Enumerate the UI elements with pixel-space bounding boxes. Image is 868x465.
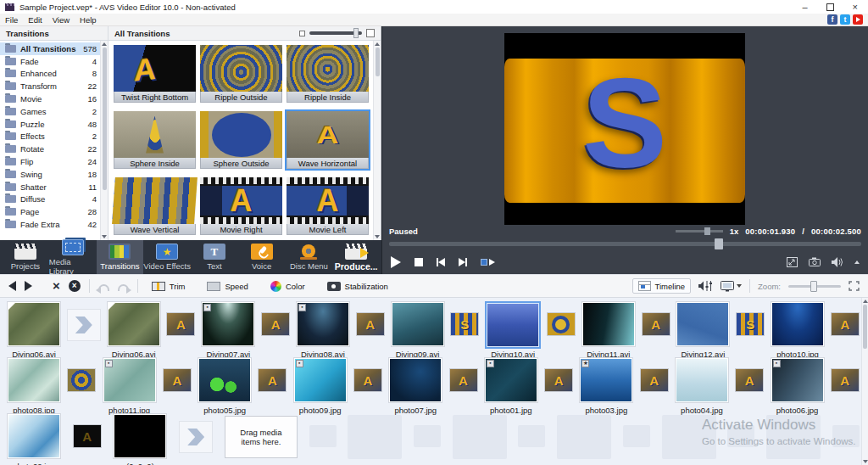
clip-card[interactable]: [485, 301, 541, 349]
previous-frame-button[interactable]: [437, 255, 445, 269]
transition-item-ripple-outside[interactable]: Ripple Outside: [198, 43, 284, 104]
clip-card[interactable]: [107, 301, 161, 347]
timeline-scrollbar[interactable]: [861, 298, 868, 465]
clip-card[interactable]: ▪: [293, 357, 348, 403]
seek-bar[interactable]: [389, 242, 861, 246]
timeline-clip[interactable]: Diving11.avi: [581, 301, 636, 347]
trim-button[interactable]: Trim: [147, 280, 191, 293]
stabilization-button[interactable]: Stabilization: [322, 280, 393, 293]
delete-all-button[interactable]: ×: [69, 280, 81, 292]
empty-transition-slot[interactable]: [727, 425, 754, 447]
empty-transition-slot[interactable]: [309, 425, 337, 447]
applied-transition-thumb[interactable]: A: [449, 368, 478, 392]
applied-transition-thumb[interactable]: [547, 312, 576, 336]
zoom-slider-handle[interactable]: [810, 281, 817, 292]
clip-card[interactable]: [676, 301, 730, 347]
sidebar-item-rotate[interactable]: Rotate22: [0, 143, 100, 155]
empty-transition-slot[interactable]: [414, 425, 441, 447]
close-button[interactable]: ×: [853, 3, 858, 11]
transition-item-sphere-outside[interactable]: Sphere Outside: [198, 109, 284, 171]
transition-item-twist-right-bottom[interactable]: ATwist Right Bottom: [112, 43, 198, 104]
empty-clip-slot[interactable]: [662, 415, 716, 459]
timeline-clip[interactable]: ▪photo01.jpg: [484, 357, 538, 403]
stop-button[interactable]: [415, 258, 423, 266]
facebook-icon[interactable]: f: [827, 14, 837, 25]
timeline-clip[interactable]: ▪photo06.jpg: [771, 357, 825, 403]
clip-card[interactable]: ▪: [771, 357, 825, 403]
next-frame-button[interactable]: [459, 255, 467, 269]
tab-text[interactable]: Text: [191, 240, 238, 274]
timeline-clip[interactable]: Diving06.avi: [107, 301, 161, 347]
sidebar-item-enhanced[interactable]: Enhanced8: [0, 68, 100, 81]
clip-card[interactable]: [391, 301, 445, 347]
redo-icon[interactable]: [118, 284, 129, 291]
thumbnail-size-slider[interactable]: [299, 29, 375, 37]
speed-slider-handle[interactable]: [704, 227, 710, 235]
sidebar-item-transform[interactable]: Transform22: [0, 80, 100, 92]
clip-card[interactable]: [198, 357, 252, 403]
sidebar-item-effects[interactable]: Effects2: [0, 131, 100, 143]
tab-produce[interactable]: Produce...: [332, 240, 380, 274]
empty-clip-slot[interactable]: [453, 415, 507, 459]
transition-item-movie-right[interactable]: AMovie Right: [198, 176, 284, 237]
menu-edit[interactable]: Edit: [28, 15, 42, 25]
transition-placeholder[interactable]: [179, 421, 213, 453]
transition-item-ripple-inside[interactable]: Ripple Inside: [285, 43, 370, 104]
sidebar-item-puzzle[interactable]: Puzzle48: [0, 118, 100, 131]
timeline-clip[interactable]: photo10.jpg: [771, 301, 825, 347]
sidebar-item-fade-extra[interactable]: Fade Extra42: [0, 218, 100, 231]
play-button[interactable]: [391, 256, 401, 268]
play-selection-button[interactable]: [481, 255, 495, 269]
sidebar-item-swing[interactable]: Swing18: [0, 168, 100, 181]
sidebar-item-movie[interactable]: Movie16: [0, 92, 100, 105]
tab-media[interactable]: Media Library: [49, 240, 97, 274]
twitter-icon[interactable]: t: [840, 14, 850, 25]
sidebar-item-page[interactable]: Page28: [0, 205, 100, 218]
clip-card[interactable]: ▪: [201, 301, 255, 347]
applied-transition-thumb[interactable]: A: [640, 368, 669, 392]
applied-transition-thumb[interactable]: A: [166, 312, 195, 336]
applied-transition-thumb[interactable]: A: [642, 312, 670, 336]
transition-item-sphere-inside[interactable]: Sphere Inside: [112, 109, 198, 171]
timeline-clip[interactable]: photo02.jpg: [7, 413, 61, 459]
grid-scrollbar[interactable]: [373, 41, 381, 240]
timeline-clip[interactable]: ▪Diving08.avi: [296, 301, 350, 347]
clip-card[interactable]: [7, 357, 61, 403]
move-right-button[interactable]: [25, 281, 32, 291]
clip-card[interactable]: [7, 301, 61, 347]
sidebar-item-all-transitions[interactable]: All Transitions578: [0, 42, 100, 55]
clip-card[interactable]: [388, 357, 442, 403]
scroll-thumb[interactable]: [863, 305, 867, 349]
transition-placeholder[interactable]: [67, 309, 101, 341]
monitor-dropdown-caret-icon[interactable]: [737, 284, 742, 288]
move-left-button[interactable]: [8, 281, 16, 291]
clip-card[interactable]: [771, 301, 825, 347]
clip-card[interactable]: ▪: [103, 357, 157, 403]
snapshot-icon[interactable]: [809, 257, 821, 266]
timeline-clip[interactable]: ▪photo11.jpg: [103, 357, 157, 403]
clip-card[interactable]: ▪: [296, 301, 350, 347]
scroll-up-icon[interactable]: [102, 42, 107, 46]
timeline-clip[interactable]: photo07.jpg: [388, 357, 442, 403]
delete-button[interactable]: ×: [53, 280, 60, 292]
volume-icon[interactable]: [832, 257, 843, 267]
volume-popup-caret-icon[interactable]: [854, 261, 860, 264]
empty-transition-slot[interactable]: [623, 425, 650, 447]
scroll-thumb[interactable]: [103, 48, 107, 190]
applied-transition-thumb[interactable]: A: [831, 368, 860, 392]
tab-projects[interactable]: Projects: [2, 240, 49, 274]
clip-card[interactable]: ★: [579, 357, 633, 403]
tab-disc[interactable]: Disc Menu: [286, 240, 333, 274]
applied-transition-thumb[interactable]: A: [258, 368, 287, 392]
clip-card[interactable]: [113, 413, 167, 459]
undo-icon[interactable]: [98, 284, 109, 291]
scroll-down-icon[interactable]: [863, 460, 868, 463]
tab-voice[interactable]: Voice: [238, 240, 286, 274]
timeline-clip[interactable]: photo04.jpg: [675, 357, 729, 403]
youtube-icon[interactable]: [853, 14, 863, 25]
empty-transition-slot[interactable]: [518, 425, 545, 447]
applied-transition-thumb[interactable]: A: [353, 368, 382, 392]
drag-media-dropzone[interactable]: Drag media items here.: [225, 416, 298, 458]
transition-item-wave-vertical[interactable]: Wave Vertical: [112, 176, 198, 237]
dual-monitor-icon[interactable]: [721, 281, 742, 292]
